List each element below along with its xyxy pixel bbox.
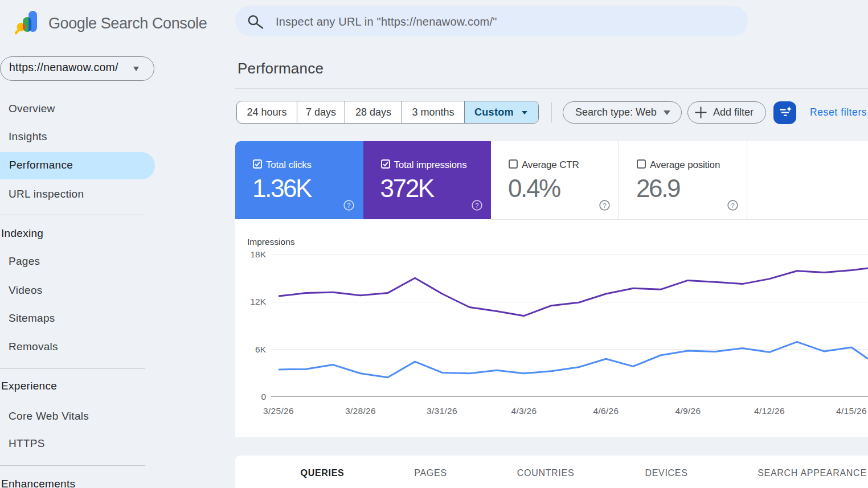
svg-text:?: ? [731, 202, 734, 209]
svg-text:?: ? [347, 202, 350, 209]
svg-text:?: ? [475, 202, 478, 209]
svg-text:?: ? [603, 202, 606, 209]
